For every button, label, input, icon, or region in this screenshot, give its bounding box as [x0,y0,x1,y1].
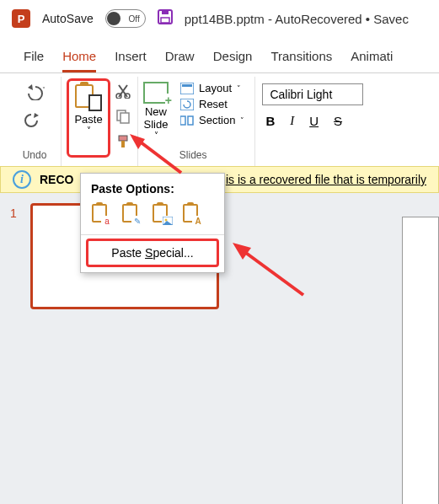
section-button[interactable]: Section ˅ [180,114,244,126]
group-label-slides: Slides [140,147,246,164]
section-icon [180,115,194,126]
recovered-label: RECO [40,173,73,186]
paste-label: Paste [74,113,102,126]
group-label-undo: Undo [17,147,52,164]
paste-options-title: Paste Options: [81,182,224,202]
new-slide-button[interactable]: New Slide ˅ [140,78,172,140]
tab-home[interactable]: Home [62,49,96,72]
tab-insert[interactable]: Insert [115,49,147,72]
autosave-toggle[interactable]: Off [105,9,146,28]
recovered-text: is is a recovered file that is temporari… [226,173,426,186]
document-title: ppt14BB.pptm - AutoRecovered • Savec [185,12,409,26]
ribbon: ˅ Undo Paste ˅ New Slide [0,73,439,166]
italic-button[interactable]: I [290,114,294,128]
paste-button[interactable]: Paste ˅ [67,78,110,158]
copy-icon[interactable] [115,109,131,127]
reset-icon [180,99,194,110]
svg-rect-8 [119,136,127,141]
chevron-down-icon: ˅ [240,116,244,125]
title-bar: P AutoSave Off ppt14BB.pptm - AutoRecove… [0,0,439,37]
svg-rect-11 [182,84,192,87]
group-clipboard: Paste ˅ [62,77,138,166]
svg-rect-2 [161,18,169,23]
paste-icon [75,83,102,111]
layout-label: Layout [199,82,232,94]
underline-button[interactable]: U [309,114,319,128]
chevron-down-icon: ˅ [237,84,241,93]
format-painter-icon[interactable] [115,134,131,153]
reset-button[interactable]: Reset [180,98,244,110]
svg-rect-14 [188,116,193,125]
slide-number: 1 [10,206,17,220]
new-slide-label: New Slide [144,105,169,131]
redo-icon[interactable] [22,112,47,132]
layout-icon [180,83,194,94]
svg-rect-13 [180,116,185,125]
group-slides: New Slide ˅ Layout ˅ Reset Section ˅ [138,77,255,166]
svg-rect-12 [180,99,194,110]
section-label: Section [199,114,235,126]
tab-file[interactable]: File [24,49,44,72]
paste-keep-source-icon[interactable]: a [89,202,113,226]
svg-rect-1 [162,10,169,14]
svg-text:˅: ˅ [42,86,46,94]
paste-special-accel: S [145,246,153,260]
powerpoint-app-icon: P [12,9,30,28]
new-slide-icon [143,82,169,104]
slide-canvas-area[interactable] [236,193,439,504]
bold-button[interactable]: B [265,114,275,128]
toggle-knob-icon [107,12,120,25]
svg-rect-9 [121,141,125,147]
save-icon[interactable] [158,9,173,29]
layout-button[interactable]: Layout ˅ [180,82,244,94]
info-icon: i [13,170,31,189]
autosave-state: Off [129,14,140,24]
tab-transitions[interactable]: Transitions [270,49,332,72]
cut-icon[interactable] [115,83,131,102]
tab-animations[interactable]: Animati [351,49,393,72]
svg-rect-7 [120,113,129,123]
tab-design[interactable]: Design [213,49,253,72]
tab-draw[interactable]: Draw [165,49,195,72]
paste-special-menuitem[interactable]: Paste Special... [86,239,219,267]
chevron-down-icon[interactable]: ˅ [87,126,91,135]
undo-icon[interactable]: ˅ [22,83,47,104]
paste-special-pre: Paste [111,246,145,260]
chevron-down-icon[interactable]: ˅ [154,131,158,140]
group-undo: ˅ Undo [15,77,62,166]
menu-separator [81,234,224,235]
paste-special-post: pecial... [153,246,193,260]
ribbon-tabs: File Home Insert Draw Design Transitions… [0,37,439,73]
paste-dropdown-menu: Paste Options: a ✎ A Paste Special... [80,173,225,273]
font-name-select[interactable]: Calibri Light [262,83,363,105]
paste-picture-icon[interactable] [150,202,174,226]
group-font: Calibri Light B I U S [255,77,372,166]
autosave-label: AutoSave [42,12,94,25]
paste-use-destination-icon[interactable]: ✎ [120,202,143,226]
reset-label: Reset [199,98,228,110]
slide-canvas[interactable] [402,217,439,504]
strikethrough-button[interactable]: S [334,114,342,128]
paste-text-only-icon[interactable]: A [180,202,204,226]
